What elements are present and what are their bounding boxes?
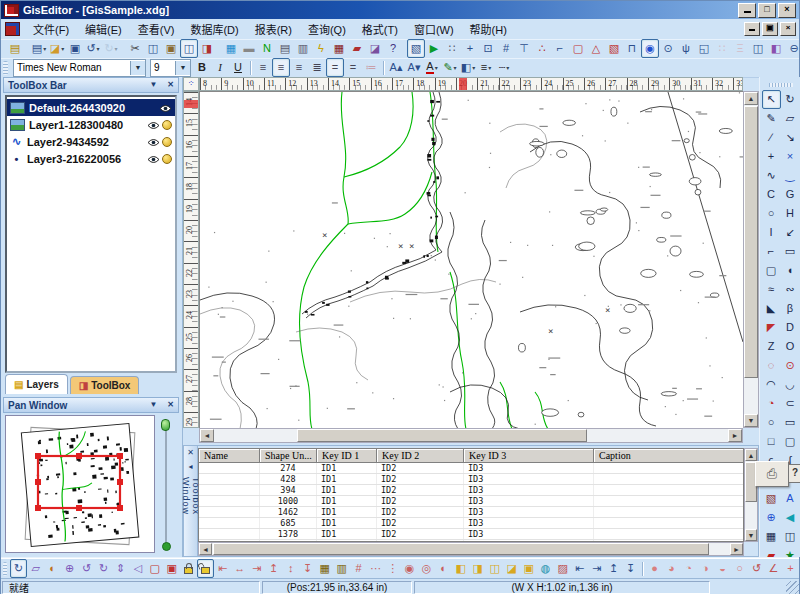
table-row[interactable]: 428ID1ID2ID3 [199,474,743,485]
section-icon[interactable]: + [461,39,479,58]
minus-circle-icon[interactable]: ⊖ [785,39,800,58]
numbered-list-icon[interactable]: ≔ [362,58,380,77]
close-button[interactable]: × [778,3,796,18]
measure-icon[interactable]: ▬ [240,39,258,58]
select-bounds-fill-icon[interactable]: ▣ [163,559,180,578]
menu-item-4[interactable]: 数据库(D) [182,22,246,38]
node-edit-icon[interactable]: ✎ [762,109,781,128]
dock-pin-icon[interactable]: ◂ [184,461,197,474]
rotate-ccw-icon[interactable]: ↺ [748,559,765,578]
font-name-combo[interactable]: Times New Roman ▼ [13,59,146,77]
skew-icon[interactable]: ∠ [765,559,782,578]
shrink-font-icon[interactable]: A▾ [405,58,423,77]
shear-icon[interactable]: ▱ [27,559,44,578]
bring-front-icon[interactable]: ◧ [452,559,469,578]
vector-check-icon[interactable]: N [258,39,276,58]
chart-tool-icon[interactable]: ▧ [762,489,781,508]
slice-icon[interactable]: ◒ [714,559,731,578]
app-icon[interactable] [4,4,19,17]
lasso-icon[interactable]: ⌐ [551,39,569,58]
tsquare-icon[interactable]: ⊤ [515,39,533,58]
stamp-icon[interactable]: ◧ [767,39,785,58]
group-icon[interactable]: ▣ [520,559,537,578]
layer-edit-icon[interactable] [162,154,172,164]
curve-tool-icon[interactable]: ‿ [781,166,800,185]
send-backward-icon[interactable]: ◪ [503,559,520,578]
triangle-icon[interactable]: △ [587,39,605,58]
lightning-icon[interactable]: ϟ [312,39,330,58]
panel-menu-icon[interactable]: ▼ [146,398,161,412]
outline-icon[interactable]: ○ [731,559,748,578]
rounded-rect-tool-icon[interactable]: ▢ [781,432,800,451]
brush-rotate-icon[interactable]: ◐ [44,559,61,578]
scroll-thumb[interactable] [213,543,709,555]
toolbar-grip[interactable] [3,562,7,576]
flag-icon[interactable]: ▰ [348,39,366,58]
table-row[interactable]: 1000ID1ID2ID3 [199,496,743,507]
distribute-icon[interactable]: Ξ [731,39,749,58]
visibility-eye-icon[interactable] [147,136,160,148]
column-header-2[interactable]: Shape Un... [260,449,317,463]
line-style-icon[interactable]: ┄▾ [495,58,513,77]
column-header-5[interactable]: Key ID 3 [464,449,594,463]
add-node-icon[interactable]: + [782,559,799,578]
ibeam-tool-icon[interactable]: I [762,223,781,242]
line-width-icon[interactable]: ≡▾ [477,58,495,77]
open-icon[interactable]: ◪▾ [48,39,66,58]
rect-tool-icon[interactable]: ▭ [781,242,800,261]
cross-tool-icon[interactable]: + [762,147,781,166]
pick-object-icon[interactable]: ▧ [605,39,623,58]
table-h-scrollbar[interactable]: ◄ ► [198,542,744,556]
dashed-circle-tool-icon[interactable]: ◌ [762,356,781,375]
layout-icon[interactable]: ⊡ [479,39,497,58]
valign-top-icon[interactable]: = [326,58,344,77]
snap-points-icon[interactable]: ∴ [533,39,551,58]
toolbar-grip[interactable] [3,61,8,75]
nudge-up-icon[interactable]: ↥ [605,559,622,578]
bezier-node-icon[interactable]: × [781,147,800,166]
image-tool-icon[interactable]: ▦ [762,527,781,546]
ruler-origin-button[interactable]: ⁘ [183,77,199,91]
scroll-left-icon[interactable]: ◄ [200,429,214,442]
menu-item-9[interactable]: 帮助(H) [462,22,515,38]
font-color-icon[interactable]: A▾ [423,58,441,77]
table-row[interactable]: 1378ID1ID2ID3 [199,529,743,540]
scroll-left-icon[interactable]: ◄ [199,543,212,555]
bring-forward-icon[interactable]: ◫ [486,559,503,578]
flip-horizontal-icon[interactable]: ◁ [129,559,146,578]
floating-help-button[interactable]: ? [788,464,800,483]
h-guide-tool-icon[interactable]: H [781,204,800,223]
copy-icon[interactable]: ◫ [144,39,162,58]
pan-window-caption[interactable]: Pan Window ▼ ✕ [3,397,179,413]
fill-color-icon[interactable]: ◧▾ [459,58,477,77]
scroll-thumb[interactable] [297,429,587,442]
rotate-left-icon[interactable]: ↺ [78,559,95,578]
panel-menu-icon[interactable]: ▼ [146,78,161,92]
dock-caption[interactable]: ✕ ◂ Toolbox Window [184,446,198,556]
nudge-right-icon[interactable]: ⇥ [588,559,605,578]
scroll-down-icon[interactable]: ▼ [744,414,758,427]
slider-track[interactable] [165,421,167,545]
red-marker-tool-icon[interactable]: ◤ [762,318,781,337]
grid-window-tool-icon[interactable]: ◫ [781,527,800,546]
same-height-icon[interactable]: ▥ [333,559,350,578]
table-row[interactable]: 685ID1ID2ID3 [199,518,743,529]
valign-bottom-icon[interactable]: = [344,58,362,77]
weld-icon[interactable]: ● [646,559,663,578]
database-icon[interactable]: ▤ [6,39,24,58]
align-tops-icon[interactable]: ↥ [265,559,282,578]
small-circle-tool-icon[interactable]: ○ [762,413,781,432]
arc-lower-tool-icon[interactable]: ◡ [781,375,800,394]
menu-item-5[interactable]: 报表(R) [247,22,300,38]
polyline-tool-icon[interactable]: ⌐ [762,242,781,261]
highlight-icon[interactable]: ✎▾ [441,58,459,77]
three-quarter-arc-tool-icon[interactable]: ◔ [762,394,781,413]
document-icon[interactable] [5,22,20,36]
save-icon[interactable]: ▣ [66,39,84,58]
align-lefts-icon[interactable]: ⇤ [214,559,231,578]
underline-button[interactable]: U [229,58,247,77]
run-icon[interactable]: ▶ [425,39,443,58]
same-width-icon[interactable]: ▦ [316,559,333,578]
italic-button[interactable]: I [211,58,229,77]
navigate-icon[interactable]: ◉ [641,39,659,58]
